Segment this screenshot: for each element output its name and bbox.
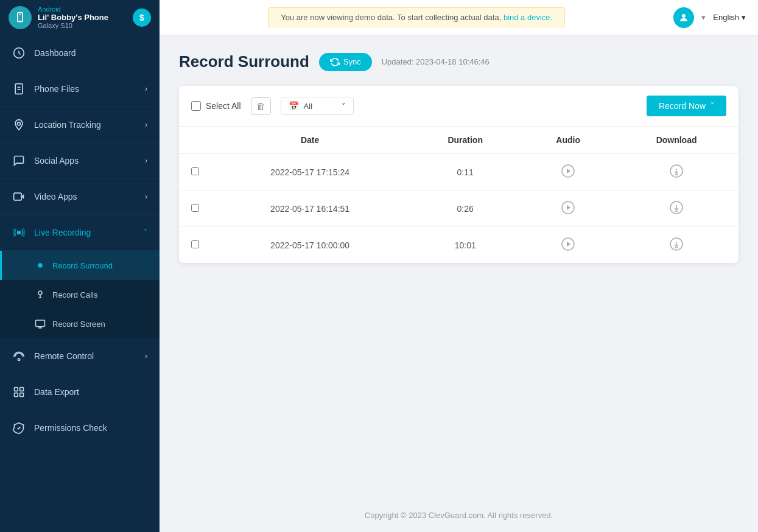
sidebar-item-permissions-check[interactable]: Permissions Check [0,410,160,446]
page-header: Record Surround Sync Updated: 2023-04-18… [179,52,739,71]
live-recording-icon [12,226,26,239]
device-info: Android Lil' Bobby's Phone Galaxy S10 [38,5,108,29]
top-bar-right: ▾ English ▾ [673,7,758,28]
social-icon [12,154,26,167]
svg-rect-21 [20,388,24,391]
sync-button[interactable]: Sync [319,53,372,71]
play-button-1[interactable] [561,200,575,215]
download-button-2[interactable] [669,237,684,251]
calendar-icon: 📅 [289,101,299,111]
row-date-0: 2022-05-17 17:15:24 [211,154,409,191]
language-selector[interactable]: English ▾ [713,13,746,22]
sidebar-subitem-record-calls[interactable]: Record Calls [0,280,160,309]
subitem-label-record-calls: Record Calls [52,290,97,299]
row-checkbox-0[interactable] [191,167,199,175]
bind-device-link[interactable]: bind a device. [504,13,552,22]
sidebar-label-remote: Remote Control [34,351,94,361]
svg-marker-29 [567,205,570,210]
sidebar-item-remote-control[interactable]: Remote Control › [0,338,160,374]
row-checkbox-1[interactable] [191,204,199,212]
play-button-0[interactable] [561,164,575,178]
recordings-table: Date Duration Audio Download 2022-05-17 … [179,127,739,263]
sidebar-item-data-export[interactable]: Data Export [0,374,160,410]
svg-marker-25 [567,169,570,173]
delete-button[interactable]: 🗑 [251,97,271,115]
sidebar-label-video: Video Apps [34,192,77,201]
remote-icon [12,349,26,363]
download-button-0[interactable] [669,164,684,178]
row-duration-2: 10:01 [409,227,522,264]
svg-rect-20 [15,388,18,391]
alert-area: You are now viewing demo data. To start … [160,7,673,27]
filter-dropdown[interactable]: 📅 All ˅ [281,97,354,115]
sidebar-subitem-record-screen[interactable]: Record Screen [0,309,160,338]
sidebar-item-social-apps[interactable]: Social Apps › [0,143,160,179]
sidebar-label-permissions: Permissions Check [34,423,107,433]
record-now-chevron-icon: ˅ [711,102,714,110]
table-toolbar: Select All 🗑 📅 All ˅ Record Now ˅ [179,86,739,127]
coin-icon[interactable]: $ [133,9,151,27]
dashboard-icon [12,46,26,60]
sidebar-item-location-tracking[interactable]: Location Tracking › [0,107,160,143]
phone-files-chevron-icon: › [145,85,147,93]
row-download-0 [614,154,739,191]
device-model: Galaxy S10 [38,22,108,29]
updated-text: Updated: 2023-04-18 10:46:46 [382,57,490,66]
row-checkbox-2[interactable] [191,240,199,248]
device-icon [9,6,32,29]
table-row: 2022-05-17 10:00:00 10:01 [179,227,739,264]
sidebar-label-social: Social Apps [34,156,79,166]
alert-text: You are now viewing demo data. To start … [281,13,501,22]
live-recording-chevron-icon: ˅ [144,228,147,237]
page-title: Record Surround [179,52,309,71]
sidebar-item-dashboard[interactable]: Dashboard [0,35,160,71]
sidebar-item-video-apps[interactable]: Video Apps › [0,179,160,215]
record-screen-icon [34,318,46,330]
social-chevron-icon: › [145,156,147,165]
user-avatar[interactable] [673,7,694,28]
language-label: English [713,13,739,22]
sidebar-subitem-record-surround[interactable]: Record Surround [0,251,160,280]
phone-files-icon [12,82,26,96]
record-now-label: Record Now [659,101,706,111]
sidebar-header: Android Lil' Bobby's Phone Galaxy S10 $ [0,0,160,35]
svg-rect-23 [20,393,24,397]
sidebar-item-phone-files[interactable]: Phone Files › [0,71,160,107]
svg-point-1 [19,20,21,21]
row-checkbox-cell [179,191,211,227]
main-content: Record Surround Sync Updated: 2023-04-18… [160,35,758,532]
export-icon [12,385,26,399]
svg-rect-16 [36,320,45,327]
play-button-2[interactable] [561,237,575,251]
duration-column-header: Duration [409,127,522,154]
remote-chevron-icon: › [145,352,147,360]
audio-column-header: Audio [522,127,614,154]
record-calls-icon [34,289,46,301]
row-audio-0 [522,154,614,191]
svg-point-8 [18,122,21,125]
record-surround-icon [34,259,46,271]
row-checkbox-cell [179,227,211,264]
video-icon [12,190,26,203]
row-date-2: 2022-05-17 10:00:00 [211,227,409,264]
svg-point-3 [682,14,686,18]
select-all-checkbox[interactable] [191,101,201,111]
row-audio-2 [522,227,614,264]
location-chevron-icon: › [145,121,147,129]
user-chevron[interactable]: ▾ [701,13,706,22]
sidebar-item-live-recording[interactable]: Live Recording ˅ [0,215,160,251]
table-header-row: Date Duration Audio Download [179,127,739,154]
location-icon [12,118,26,131]
sidebar-label-phone-files: Phone Files [34,84,79,94]
filter-chevron-icon: ˅ [342,102,346,111]
svg-point-13 [38,291,42,295]
sync-label: Sync [343,57,361,66]
permissions-icon [12,421,26,435]
row-checkbox-cell [179,154,211,191]
device-name: Lil' Bobby's Phone [38,13,108,22]
select-all-label[interactable]: Select All [206,101,241,111]
row-download-1 [614,191,739,227]
record-now-button[interactable]: Record Now ˅ [647,96,726,116]
table-row: 2022-05-17 17:15:24 0:11 [179,154,739,191]
download-button-1[interactable] [669,200,684,215]
